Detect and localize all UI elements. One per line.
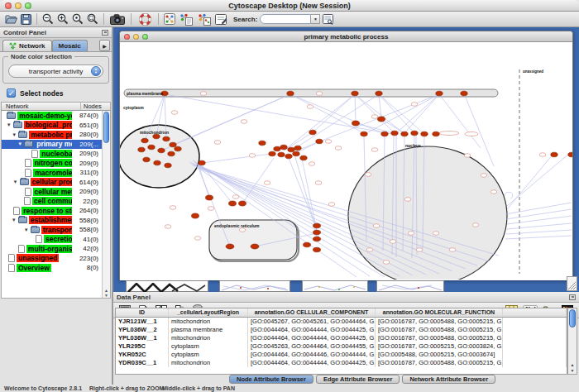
tree-row-count: 41(0) xyxy=(72,236,102,243)
table-cell: mitochondrion xyxy=(169,334,248,342)
help-icon[interactable] xyxy=(135,12,155,26)
tree-scrollbar-thumb[interactable] xyxy=(103,112,109,143)
annotation-icon[interactable] xyxy=(213,12,228,26)
tree-row[interactable]: response to stimul264(0) xyxy=(2,206,102,216)
mitochondrion-label: mitochondrion xyxy=(140,130,169,135)
network-canvas[interactable]: plasma membrane cytoplasm mitochondrion … xyxy=(120,42,572,280)
page-icon xyxy=(31,150,38,158)
table-row[interactable]: YDR039C__1mitochondrion[GO:0044464, GO:0… xyxy=(116,359,567,367)
tree-row-count: 42(0) xyxy=(72,245,102,252)
table-cell: plasma membrane xyxy=(169,326,248,334)
tree-row-label: transport xyxy=(41,226,72,234)
tree-row[interactable]: cell communicat22(0) xyxy=(2,197,102,207)
network-graph: plasma membrane cytoplasm mitochondrion … xyxy=(120,42,572,280)
tree-row[interactable]: macromolecule311(0) xyxy=(2,168,102,178)
minimized-window[interactable] xyxy=(376,280,444,292)
search-option-icon[interactable] xyxy=(320,12,335,26)
save-session-icon[interactable] xyxy=(18,12,33,26)
page-icon xyxy=(25,159,31,167)
table-cell: mitochondrion xyxy=(169,359,248,367)
page-icon xyxy=(8,254,15,262)
folder-icon xyxy=(20,179,29,185)
node-color-combobox[interactable]: transporter activity ▲▼ xyxy=(8,65,103,78)
table-scrollbar-arrows[interactable]: ▲▼ xyxy=(568,362,577,374)
minimized-window[interactable] xyxy=(126,280,208,292)
table-row[interactable]: YKR052Ccytoplasm[GO:0044464, GO:0044446,… xyxy=(116,351,567,359)
tree-row[interactable]: secretion41(0) xyxy=(2,235,102,245)
page-icon xyxy=(25,169,31,177)
tree-row[interactable]: cellular process614(0) xyxy=(2,178,102,188)
minimized-window[interactable] xyxy=(219,280,290,292)
zoom-fit-icon[interactable] xyxy=(85,12,100,26)
data-panel: Data Panel f(x) ID_cellularLayoutR xyxy=(113,292,579,385)
tab-network[interactable]: Network xyxy=(2,40,52,51)
expander-icon[interactable] xyxy=(24,227,31,232)
tree-row-count: 311(0) xyxy=(72,169,102,176)
network-window-titlebar[interactable]: primary metabolic process xyxy=(120,31,572,42)
tree-row-count: 280(0) xyxy=(72,131,102,138)
minimized-window[interactable] xyxy=(302,280,368,292)
search-input[interactable] xyxy=(260,14,311,24)
table-scrollbar-thumb[interactable] xyxy=(569,309,576,327)
tab-scroll-right-icon[interactable]: ▶ xyxy=(99,40,110,51)
status-item: Middle-click + drag to PAN xyxy=(162,385,235,392)
tree-header-network[interactable]: Network xyxy=(2,103,80,110)
tree-row-label: unassigned xyxy=(17,254,59,262)
tab-node-attribute-browser[interactable]: Node Attribute Browser xyxy=(229,375,313,384)
select-nodes-row: ✓ Select nodes xyxy=(0,84,112,102)
page-icon xyxy=(8,264,15,272)
zoom-selected-icon[interactable] xyxy=(70,12,85,26)
column-header[interactable]: annotation.GO MOLECULAR_FUNCTION xyxy=(376,308,503,317)
tree-row[interactable]: transport558(0) xyxy=(2,225,102,235)
float-panel-icon[interactable] xyxy=(102,30,108,36)
table-row[interactable]: YJR121W__1mitochondrion[GO:0045267, GO:0… xyxy=(116,318,567,326)
tree-row[interactable]: cellular metabol209(0) xyxy=(2,187,102,197)
float-data-panel-icon[interactable] xyxy=(569,294,576,300)
tree-row[interactable]: mosaic-demo-yeast874(0) xyxy=(2,111,102,121)
tree-row[interactable]: unassigned223(0) xyxy=(2,254,102,264)
new-network-icon[interactable] xyxy=(195,12,213,26)
table-row[interactable]: YLR295Ccytoplasm[GO:0045263, GO:0044464,… xyxy=(116,342,567,351)
open-session-icon[interactable] xyxy=(3,12,18,26)
column-header[interactable]: _cellularLayoutRegion xyxy=(169,308,248,317)
attribute-table: ID_cellularLayoutRegionannotation.GO CEL… xyxy=(115,308,567,375)
tree-row[interactable]: nitrogen compo209(0) xyxy=(2,159,102,169)
combo-stepper-icon[interactable]: ▲▼ xyxy=(91,66,101,76)
zoom-out-icon[interactable] xyxy=(41,12,55,26)
table-row[interactable]: YPL036W__1mitochondrion[GO:0044464, GO:0… xyxy=(116,334,567,342)
column-header[interactable]: annotation.GO CELLULAR_COMPONENT xyxy=(248,308,376,317)
layout-icon[interactable] xyxy=(162,12,177,26)
expander-icon[interactable] xyxy=(12,132,18,137)
tree-row[interactable]: nucleobase-209(0) xyxy=(2,149,102,159)
expander-icon[interactable] xyxy=(7,122,13,127)
tree-row[interactable]: biological_process651(0) xyxy=(2,121,102,131)
zoom-in-icon[interactable] xyxy=(55,12,70,26)
tree-row[interactable]: Overview8(0) xyxy=(2,263,102,273)
expander-icon[interactable] xyxy=(17,141,24,146)
table-cell: YPL036W__2 xyxy=(116,326,169,334)
tab-edge-attribute-browser[interactable]: Edge Attribute Browser xyxy=(316,375,400,384)
table-scrollbar[interactable]: ▲▼ xyxy=(567,308,577,375)
search-dropdown-arrow[interactable]: ▼ xyxy=(311,14,320,24)
tree-scrollbar-arrows[interactable]: ▲▼ xyxy=(103,288,110,298)
tree-row[interactable]: establishment of lo558(0) xyxy=(2,216,102,226)
unassigned-label: unassigned xyxy=(523,69,543,74)
column-header[interactable]: ID xyxy=(116,308,169,317)
table-cell: YJR121W__1 xyxy=(116,318,169,326)
tree-row[interactable]: primary metabo209(... xyxy=(2,140,102,150)
tree-row[interactable]: multi-organism pro42(0) xyxy=(2,244,102,254)
tree-header-nodes[interactable]: Nodes xyxy=(80,103,110,110)
tree-row[interactable]: metabolic process280(0) xyxy=(2,130,102,140)
select-nodes-checkbox[interactable]: ✓ xyxy=(7,88,16,98)
node-color-value: transporter activity xyxy=(9,68,103,75)
tree-scrollbar[interactable]: ▲▼ xyxy=(102,111,110,298)
table-cell: cytoplasm xyxy=(169,342,248,351)
new-network-from-selection-icon[interactable] xyxy=(177,12,195,26)
expander-icon[interactable] xyxy=(13,179,20,184)
resize-grip-icon[interactable] xyxy=(567,276,577,291)
table-row[interactable]: YPL036W__2plasma membrane[GO:0044464, GO… xyxy=(116,326,567,334)
tab-network-attribute-browser[interactable]: Network Attribute Browser xyxy=(402,375,495,384)
expander-icon[interactable] xyxy=(12,218,18,222)
snapshot-icon[interactable] xyxy=(108,12,127,26)
tab-mosaic[interactable]: Mosaic xyxy=(52,40,88,51)
